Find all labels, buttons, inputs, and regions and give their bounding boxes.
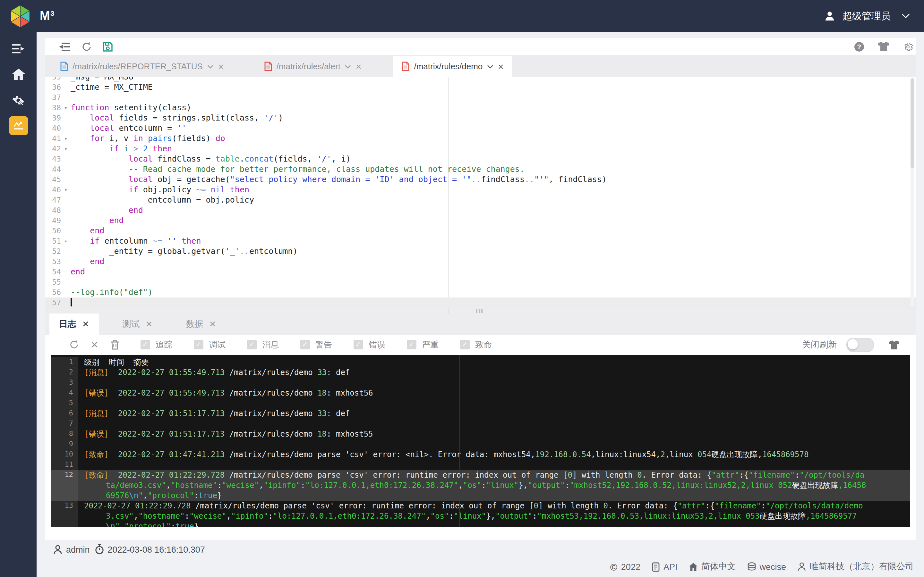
save-icon[interactable] bbox=[103, 41, 113, 52]
log-line-5[interactable]: 5 bbox=[51, 398, 910, 408]
filter-致命[interactable]: ✓致命 bbox=[460, 339, 492, 350]
log-line-6[interactable]: 6[消息] 2022-02-27 01:51:17.713 /matrix/ru… bbox=[51, 408, 910, 419]
log-theme-tshirt-icon[interactable] bbox=[889, 340, 900, 349]
panel-tab-label: 测试 bbox=[123, 318, 140, 330]
log-line-12[interactable]: 12[致命] 2022-02-27 01:22:29.728 /matrix/r… bbox=[51, 470, 910, 501]
sidebar-home-icon[interactable] bbox=[0, 63, 37, 86]
filter-严重[interactable]: ✓严重 bbox=[407, 339, 439, 350]
sidebar-analytics-icon[interactable] bbox=[0, 114, 37, 137]
filter-错误[interactable]: ✓错误 bbox=[353, 339, 385, 350]
code-editor[interactable]: 35_msg = MX_MSG36_ctime = MX_CTIME3738▾f… bbox=[45, 77, 916, 308]
tab-close-icon[interactable]: × bbox=[356, 62, 362, 71]
log-stop-icon[interactable]: ✕ bbox=[90, 340, 99, 350]
copyright-icon: © bbox=[610, 561, 617, 572]
tab-chevron-icon[interactable] bbox=[345, 64, 351, 68]
log-line-3[interactable]: 3 bbox=[51, 378, 910, 388]
sidebar-expand-icon[interactable] bbox=[0, 37, 37, 60]
editor-tab-alert[interactable]: /matrix/rules/alert× bbox=[256, 56, 370, 77]
filter-label: 警告 bbox=[315, 339, 332, 350]
log-line-4[interactable]: 4[错误] 2022-02-27 01:55:49.713 /matrix/ru… bbox=[51, 388, 910, 398]
checkbox-checked-icon[interactable]: ✓ bbox=[140, 340, 150, 350]
help-icon[interactable]: ? bbox=[854, 41, 864, 52]
svg-text:?: ? bbox=[857, 43, 861, 50]
editor-vertical-scrollbar[interactable] bbox=[911, 78, 914, 306]
side-nav bbox=[0, 32, 37, 577]
app-title: M³ bbox=[40, 9, 55, 23]
code-line-55: 55 bbox=[45, 277, 916, 287]
filter-调试[interactable]: ✓调试 bbox=[194, 339, 226, 350]
log-console[interactable]: 1级别 时间 摘要2[消息] 2022-02-27 01:55:49.713 /… bbox=[51, 355, 910, 527]
editor-tab-bar: /matrix/rules/REPORTER_STATUS×/matrix/ru… bbox=[45, 56, 916, 77]
code-line-53: 53 end bbox=[45, 256, 916, 267]
panel-tab-label: 日志 bbox=[59, 318, 76, 330]
user-name: 超级管理员 bbox=[843, 10, 891, 22]
filter-label: 严重 bbox=[422, 339, 439, 350]
document-icon bbox=[652, 562, 660, 572]
filter-label: 错误 bbox=[368, 339, 385, 350]
refresh-icon[interactable] bbox=[81, 41, 92, 52]
panel-tab-close-icon[interactable]: ✕ bbox=[209, 319, 216, 329]
code-line-41: 41▾ for i, v in pairs(fields) do bbox=[45, 133, 916, 143]
code-line-54: 54end bbox=[45, 267, 916, 277]
status-time: 2022-03-08 16:16:10.307 bbox=[108, 545, 205, 554]
checkbox-checked-icon[interactable]: ✓ bbox=[194, 340, 203, 350]
collapse-panel-icon[interactable] bbox=[59, 42, 71, 51]
settings-gear-icon[interactable] bbox=[903, 41, 913, 52]
code-line-57: 57 bbox=[45, 298, 916, 308]
app-logo-icon[interactable] bbox=[8, 3, 32, 29]
filter-警告[interactable]: ✓警告 bbox=[300, 339, 332, 350]
log-line-10[interactable]: 10[致命] 2022-02-27 01:47:41.213 /matrix/r… bbox=[51, 450, 910, 460]
tab-chevron-icon[interactable] bbox=[207, 64, 214, 68]
log-line-11[interactable]: 11 bbox=[51, 460, 910, 470]
editor-tab-demo[interactable]: /matrix/rules/demo× bbox=[393, 56, 512, 77]
theme-tshirt-icon[interactable] bbox=[878, 42, 889, 51]
log-line-9[interactable]: 9 bbox=[51, 439, 910, 450]
code-line-56: 56--log.info("def") bbox=[45, 287, 916, 298]
panel-tab-close-icon[interactable]: ✕ bbox=[82, 319, 89, 329]
filter-消息[interactable]: ✓消息 bbox=[247, 339, 279, 350]
tab-label: /matrix/rules/alert bbox=[276, 61, 341, 71]
code-line-35: 35_msg = MX_MSG bbox=[45, 77, 916, 82]
checkbox-checked-icon[interactable]: ✓ bbox=[247, 340, 256, 350]
panel-tab-数据[interactable]: 数据✕ bbox=[176, 314, 226, 335]
text-cursor bbox=[71, 298, 72, 306]
panel-tab-close-icon[interactable]: ✕ bbox=[145, 319, 153, 329]
log-refresh-icon[interactable] bbox=[69, 340, 79, 350]
code-line-44: 44 -- Read cache mode for better perform… bbox=[45, 164, 916, 174]
log-line-1[interactable]: 1级别 时间 摘要 bbox=[51, 357, 910, 367]
editor-tab-REPORTER_STATUS[interactable]: /matrix/rules/REPORTER_STATUS× bbox=[52, 56, 232, 77]
log-clear-trash-icon[interactable] bbox=[110, 340, 119, 350]
sidebar-settings-icon[interactable] bbox=[0, 89, 37, 111]
checkbox-checked-icon[interactable]: ✓ bbox=[300, 340, 310, 350]
status-user: admin bbox=[66, 545, 90, 554]
panel-tab-label: 数据 bbox=[186, 318, 204, 330]
footer-company[interactable]: 唯简科技（北京）有限公司 bbox=[798, 561, 914, 572]
auto-refresh-toggle[interactable] bbox=[846, 338, 874, 351]
log-line-7[interactable]: 7 bbox=[51, 419, 910, 429]
checkbox-checked-icon[interactable]: ✓ bbox=[407, 340, 416, 350]
log-line-2[interactable]: 2[消息] 2022-02-27 01:55:49.713 /matrix/ru… bbox=[51, 367, 910, 378]
user-menu[interactable]: 超级管理员 bbox=[824, 0, 910, 32]
file-icon bbox=[60, 61, 68, 71]
status-user-icon bbox=[53, 545, 62, 554]
code-line-40: 40 local entcolumn = '' bbox=[45, 123, 916, 133]
editor-horizontal-scrollbar[interactable] bbox=[476, 309, 483, 313]
tab-chevron-icon[interactable] bbox=[487, 64, 493, 68]
checkbox-checked-icon[interactable]: ✓ bbox=[460, 340, 469, 350]
log-line-8[interactable]: 8[错误] 2022-02-27 01:51:17.713 /matrix/ru… bbox=[51, 429, 910, 439]
filter-label: 追踪 bbox=[156, 339, 172, 350]
footer-brand[interactable]: wecise bbox=[747, 562, 786, 572]
panel-tab-测试[interactable]: 测试✕ bbox=[113, 314, 162, 335]
filter-追踪[interactable]: ✓追踪 bbox=[140, 339, 172, 350]
tab-close-icon[interactable]: × bbox=[218, 62, 224, 71]
checkbox-checked-icon[interactable]: ✓ bbox=[353, 340, 363, 350]
log-toolbar: ✕ ✓追踪✓调试✓消息✓警告✓错误✓严重✓致命 关闭刷新 bbox=[45, 335, 916, 355]
editor-toolbar: ? bbox=[45, 38, 916, 56]
code-line-49: 49 end bbox=[45, 215, 916, 226]
footer-api-link[interactable]: API bbox=[652, 562, 678, 572]
footer-language[interactable]: 简体中文 bbox=[689, 561, 736, 572]
log-line-13[interactable]: 132022-02-27 01:22:29.728 /matrix/rules/… bbox=[51, 501, 910, 527]
code-line-37: 37 bbox=[45, 92, 916, 103]
tab-close-icon[interactable]: × bbox=[498, 62, 504, 71]
panel-tab-日志[interactable]: 日志✕ bbox=[49, 314, 99, 335]
